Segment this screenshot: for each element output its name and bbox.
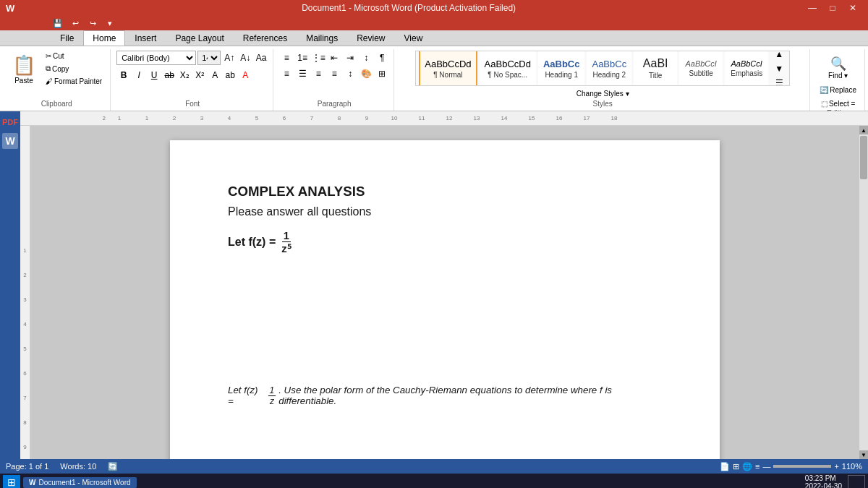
bold-button[interactable]: B — [116, 68, 131, 82]
taskbar-word-item[interactable]: W Document1 - Microsoft Word — [23, 477, 137, 488]
zoom-level: 110% — [842, 462, 862, 471]
maximize-button[interactable]: □ — [823, 1, 842, 14]
words-status: Words: 10 — [60, 462, 96, 471]
subscript-button[interactable]: X₂ — [177, 68, 192, 82]
style-nospace-preview: AaBbCcDd — [485, 59, 531, 69]
shrink-font-button[interactable]: A↓ — [238, 51, 252, 65]
customize-qa-button[interactable]: ▾ — [103, 17, 117, 30]
clipboard-group: 📋 Paste ✂ Cut ⧉ Copy 🖌 Format Painter Cl… — [3, 49, 111, 111]
vertical-scrollbar[interactable]: ▲ ▼ — [859, 126, 868, 459]
save-button[interactable]: 💾 — [51, 17, 65, 30]
show-desktop-button[interactable] — [848, 475, 865, 488]
taskbar: ⊞ W Document1 - Microsoft Word 03:23 PM … — [0, 474, 868, 488]
styles-scroll-up[interactable]: ▲ — [772, 51, 786, 61]
tab-mailings[interactable]: Mailings — [297, 30, 347, 46]
tab-file[interactable]: File — [51, 30, 83, 46]
tab-references[interactable]: References — [234, 30, 297, 46]
change-styles-button[interactable]: Change Styles ▾ — [573, 87, 633, 100]
tab-insert[interactable]: Insert — [125, 30, 166, 46]
style-normal[interactable]: AaBbCcDd ¶ Normal — [419, 51, 477, 86]
font-face-select[interactable]: Calibri (Body) — [116, 51, 196, 65]
align-right-button[interactable]: ≡ — [311, 67, 326, 81]
show-paragraph-button[interactable]: ¶ — [375, 51, 389, 65]
status-left: Page: 1 of 1 Words: 10 🔄 — [6, 462, 118, 471]
scroll-up-button[interactable]: ▲ — [859, 126, 868, 134]
select-button[interactable]: ⬚ Select = — [817, 98, 859, 109]
style-h1-preview: AaBbCc — [543, 59, 580, 69]
format-painter-label: Format Painter — [54, 77, 102, 85]
decrease-indent-button[interactable]: ⇤ — [327, 51, 341, 65]
clear-format-button[interactable]: Aa — [254, 51, 268, 65]
copy-button[interactable]: ⧉ Copy — [42, 63, 106, 74]
tab-page-layout[interactable]: Page Layout — [166, 30, 233, 46]
view-print-icon[interactable]: 📄 — [720, 462, 730, 471]
style-no-spacing[interactable]: AaBbCcDd ¶ No Spac... — [480, 51, 536, 86]
style-emphasis[interactable]: AaBbCcI Emphasis — [725, 51, 768, 86]
font-size-select[interactable]: 14 — [197, 51, 221, 65]
paragraph-group-label: Paragraph — [318, 100, 352, 109]
minimize-button[interactable]: — — [803, 1, 822, 14]
strikethrough-button[interactable]: ab — [162, 68, 176, 82]
word-sidebar-icon[interactable]: W — [2, 133, 18, 149]
align-left-button[interactable]: ≡ — [279, 67, 294, 81]
style-emphasis-label: Emphasis — [731, 69, 762, 77]
document-subtitle: Please answer all questions — [228, 205, 662, 218]
underline-button[interactable]: U — [147, 68, 161, 82]
sort-button[interactable]: ↕ — [359, 51, 373, 65]
zoom-out-button[interactable]: — — [762, 462, 770, 471]
style-heading2[interactable]: AaBbCc Heading 2 — [587, 51, 631, 86]
align-center-button[interactable]: ☰ — [295, 67, 310, 81]
scroll-down-button[interactable]: ▼ — [859, 450, 868, 459]
bullets-button[interactable]: ≡ — [279, 51, 294, 65]
formula-fraction: 1 z⁵ — [280, 230, 292, 254]
find-button[interactable]: 🔍 Find ▾ — [825, 53, 851, 82]
view-full-icon[interactable]: ⊞ — [733, 462, 739, 471]
styles-scroll-down[interactable]: ▼ — [772, 61, 786, 76]
font-group-label: Font — [185, 100, 200, 109]
document-page: COMPLEX ANALYSIS Please answer all quest… — [170, 140, 720, 459]
question-fraction: 1 z — [268, 385, 276, 406]
view-draft-icon[interactable]: ≡ — [755, 462, 760, 471]
pdf-icon[interactable]: PDF — [2, 114, 18, 130]
style-heading1[interactable]: AaBbCc Heading 1 — [538, 51, 585, 86]
paste-button[interactable]: 📋 Paste — [7, 51, 41, 88]
scroll-thumb[interactable] — [860, 136, 867, 179]
tab-home[interactable]: Home — [83, 30, 125, 46]
superscript-button[interactable]: X² — [192, 68, 207, 82]
style-emphasis-preview: AaBbCcI — [731, 59, 762, 68]
grow-font-button[interactable]: A↑ — [222, 51, 237, 65]
styles-expand[interactable]: ☰ — [772, 76, 786, 87]
find-icon: 🔍 — [830, 56, 846, 72]
multilevel-list-button[interactable]: ⋮≡ — [311, 51, 326, 65]
close-button[interactable]: ✕ — [843, 1, 862, 14]
redo-button[interactable]: ↪ — [85, 17, 100, 30]
text-highlight-button[interactable]: ab — [223, 68, 237, 82]
tab-review[interactable]: Review — [347, 30, 394, 46]
undo-button[interactable]: ↩ — [68, 17, 82, 30]
format-painter-icon: 🖌 — [46, 77, 53, 85]
borders-button[interactable]: ⊞ — [375, 67, 389, 81]
format-painter-button[interactable]: 🖌 Format Painter — [42, 76, 106, 87]
shading-button[interactable]: 🎨 — [359, 67, 373, 81]
view-web-icon[interactable]: 🌐 — [742, 462, 752, 471]
increase-indent-button[interactable]: ⇥ — [343, 51, 357, 65]
font-format-row: B I U ab X₂ X² A ab A — [116, 68, 268, 82]
text-effects-button[interactable]: A — [208, 68, 222, 82]
replace-button[interactable]: 🔄 Replace — [816, 85, 860, 95]
styles-group-label: Styles — [593, 100, 613, 109]
zoom-slider[interactable] — [773, 465, 831, 468]
style-normal-preview: AaBbCcDd — [425, 59, 471, 69]
cut-button[interactable]: ✂ Cut — [42, 51, 106, 61]
document-area[interactable]: COMPLEX ANALYSIS Please answer all quest… — [30, 126, 859, 459]
style-subtitle[interactable]: AaBbCcI Subtitle — [679, 51, 723, 86]
zoom-in-button[interactable]: + — [834, 462, 838, 471]
style-title[interactable]: AaBI Title — [634, 51, 677, 86]
justify-button[interactable]: ≡ — [327, 67, 341, 81]
tab-view[interactable]: View — [395, 30, 433, 46]
font-color-button[interactable]: A — [238, 68, 252, 82]
line-spacing-button[interactable]: ↕ — [343, 67, 357, 81]
start-button[interactable]: ⊞ — [3, 475, 20, 488]
window-controls: — □ ✕ — [803, 1, 862, 14]
numbering-button[interactable]: 1≡ — [295, 51, 310, 65]
italic-button[interactable]: I — [132, 68, 146, 82]
